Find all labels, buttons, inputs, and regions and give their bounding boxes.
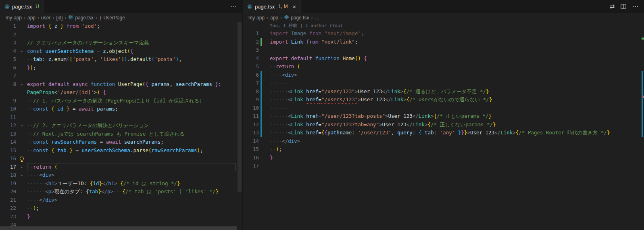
- fold-chevron-icon[interactable]: ›: [17, 50, 26, 52]
- code-line[interactable]: 22··);: [0, 204, 242, 213]
- line-number[interactable]: 19: [0, 180, 16, 188]
- line-number[interactable]: 1: [0, 22, 16, 31]
- git-gutter-indicator[interactable]: [261, 96, 262, 104]
- line-number[interactable]: 23: [0, 213, 16, 221]
- code-line[interactable]: 10··const { id } = await params;: [0, 105, 242, 113]
- more-actions-icon[interactable]: ⋯: [632, 3, 638, 10]
- gutter[interactable]: 5: [243, 63, 270, 71]
- line-number[interactable]: 10: [0, 105, 16, 113]
- tab-page-tsx-right[interactable]: page.tsx 1, M ×: [243, 0, 301, 13]
- gutter[interactable]: 9: [0, 97, 27, 105]
- breadcrumb-item[interactable]: my-app: [248, 15, 265, 21]
- code-line[interactable]: 1import { z } from 'zod';: [0, 22, 242, 31]
- gutter[interactable]: 16: [243, 154, 270, 162]
- code-line[interactable]: 2import Link from "next/link";: [243, 38, 644, 46]
- breadcrumb-item[interactable]: app: [270, 15, 278, 21]
- gutter[interactable]: 12›: [0, 121, 27, 130]
- code-line[interactable]: 7······: [243, 79, 644, 88]
- gutter[interactable]: 4›: [0, 47, 27, 56]
- git-gutter-indicator[interactable]: [261, 79, 262, 88]
- blame-lens[interactable]: You, 1 秒前 | 1 author (You): [243, 22, 644, 29]
- gutter[interactable]: 4: [243, 54, 270, 63]
- gutter[interactable]: 14: [243, 137, 270, 146]
- code-line[interactable]: 20······<p>現在のタブ: {tab}</p>···{/* tab は …: [0, 188, 242, 196]
- code-line[interactable]: 13······<Link href={{pathname: '/user/12…: [243, 129, 644, 137]
- gutter[interactable]: 6: [243, 71, 270, 79]
- line-number[interactable]: 17: [0, 163, 16, 171]
- code-line[interactable]: 11······<Link href="/user/123?tab=posts"…: [243, 112, 644, 121]
- overview-ruler[interactable]: [642, 22, 644, 230]
- gutter[interactable]: 21: [0, 196, 27, 205]
- gutter[interactable]: 3: [0, 39, 27, 47]
- line-number[interactable]: 11: [0, 113, 16, 122]
- line-number[interactable]: 10: [243, 104, 259, 113]
- code-line[interactable]: 1import Image from "next/image";: [243, 29, 644, 38]
- code-line[interactable]: 15··const { tab } = userSearchSchema.par…: [0, 146, 242, 155]
- code-line[interactable]: 9··// 1. パスパラメータの解決（PagePropsにより [id] が保…: [0, 97, 242, 105]
- gutter[interactable]: 5: [0, 55, 27, 64]
- fold-chevron-icon[interactable]: ›: [17, 124, 26, 127]
- breadcrumb-item[interactable]: ƒUserPage: [99, 15, 125, 21]
- breadcrumb-item[interactable]: my-app: [6, 15, 22, 21]
- code-line[interactable]: 13··// Next.jsでは searchParams も Promise …: [0, 130, 242, 138]
- line-number[interactable]: [0, 88, 16, 97]
- line-number[interactable]: 6: [0, 64, 16, 72]
- line-number[interactable]: 5: [0, 55, 16, 64]
- breadcrumb-item[interactable]: …: [315, 15, 319, 21]
- code-line[interactable]: 8›export default async function UserPage…: [0, 80, 242, 89]
- line-number[interactable]: 3: [0, 39, 16, 47]
- code-line[interactable]: 4export default function Home() {: [243, 54, 644, 63]
- code-line[interactable]: 15··);: [243, 145, 644, 154]
- code-line[interactable]: 5··return (: [243, 63, 644, 71]
- gutter[interactable]: 2: [0, 31, 27, 39]
- code-line[interactable]: 9······<Link href="/users/123">User 123<…: [243, 96, 644, 104]
- code-line[interactable]: 3// クエリパラメータのバリデーションスキーマ定義: [0, 39, 242, 47]
- code-line[interactable]: 19······<h1>ユーザーID: {id}</h1> {/* id は s…: [0, 180, 242, 188]
- gutter[interactable]: 13: [0, 130, 27, 138]
- gutter[interactable]: 7: [243, 79, 270, 88]
- line-number[interactable]: 7: [243, 79, 259, 88]
- line-number[interactable]: 2: [243, 38, 259, 46]
- more-actions-icon[interactable]: ⋯: [231, 3, 237, 10]
- split-editor-icon[interactable]: [621, 4, 626, 9]
- code-line[interactable]: 23}: [0, 213, 242, 221]
- line-number[interactable]: 4: [0, 47, 16, 56]
- gutter[interactable]: 12: [243, 121, 270, 129]
- code-line[interactable]: 18›····<div>: [0, 171, 242, 180]
- gutter[interactable]: 11: [243, 112, 270, 121]
- line-number[interactable]: 21: [0, 196, 16, 205]
- gutter[interactable]: 20: [0, 188, 27, 196]
- line-number[interactable]: 20: [0, 188, 16, 196]
- code-line[interactable]: 4›const userSearchSchema = z.object({: [0, 47, 242, 56]
- code-line[interactable]: 8······<Link href="/user/123">User 123</…: [243, 88, 644, 96]
- code-line[interactable]: 21····</div>: [0, 196, 242, 205]
- gutter[interactable]: 11: [0, 113, 27, 122]
- git-gutter-indicator[interactable]: [261, 38, 262, 46]
- gutter[interactable]: 17: [243, 162, 270, 170]
- line-number[interactable]: 13: [243, 129, 259, 137]
- gutter[interactable]: 9: [243, 96, 270, 104]
- line-number[interactable]: 14: [243, 137, 259, 146]
- lightbulb-icon[interactable]: [20, 157, 24, 161]
- gutter[interactable]: 16: [0, 155, 27, 163]
- horizontal-scrollbar[interactable]: [0, 226, 237, 230]
- line-number[interactable]: 9: [243, 96, 259, 104]
- vertical-scrollbar[interactable]: [238, 22, 242, 192]
- line-number[interactable]: 4: [243, 54, 259, 63]
- code-line[interactable]: 12······<Link href="/user/123?tab=any">U…: [243, 121, 644, 129]
- code-line[interactable]: 7: [0, 72, 242, 80]
- line-number[interactable]: 11: [243, 112, 259, 121]
- gutter[interactable]: 19: [0, 180, 27, 188]
- code-line[interactable]: PageProps<'/user/[id]'>) {: [0, 88, 242, 97]
- line-number[interactable]: 8: [243, 88, 259, 96]
- gutter[interactable]: 14: [0, 138, 27, 146]
- breadcrumb-item[interactable]: page.tsx: [68, 15, 93, 21]
- code-line[interactable]: 10······: [243, 104, 644, 113]
- open-changes-icon[interactable]: ⇄: [609, 3, 615, 10]
- gutter[interactable]: 15: [243, 145, 270, 154]
- gutter[interactable]: 10: [0, 105, 27, 113]
- gutter[interactable]: 22: [0, 204, 27, 213]
- line-number[interactable]: 13: [0, 130, 16, 138]
- line-number[interactable]: 18: [0, 171, 16, 180]
- line-number[interactable]: 7: [0, 72, 16, 80]
